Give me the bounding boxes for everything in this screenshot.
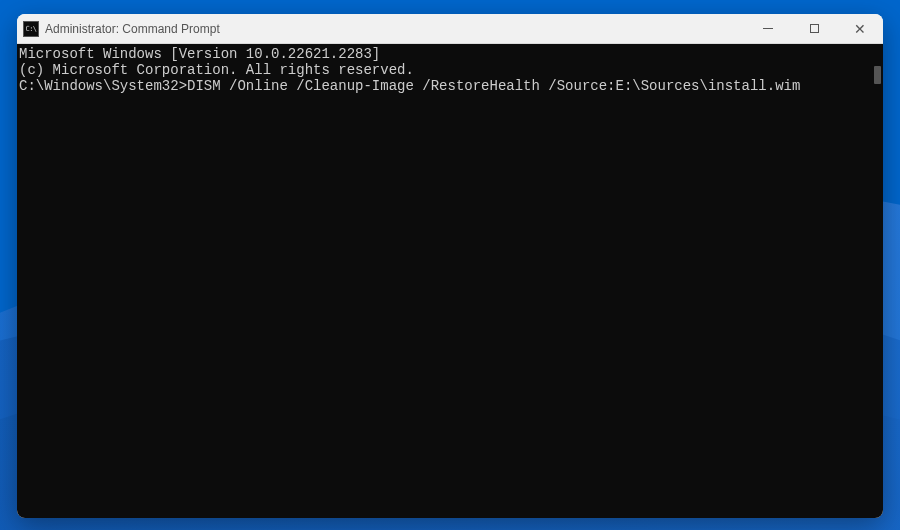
titlebar[interactable]: C:\ Administrator: Command Prompt ✕ [17,14,883,44]
prompt-line: C:\Windows\System32>DISM /Online /Cleanu… [19,78,877,94]
maximize-icon [810,24,819,33]
command-prompt-window: C:\ Administrator: Command Prompt ✕ Micr… [17,14,883,518]
prompt: C:\Windows\System32> [19,78,187,94]
window-controls: ✕ [745,14,883,43]
cmd-icon: C:\ [23,21,39,37]
terminal-output: Microsoft Windows [Version 10.0.22621.22… [19,44,877,94]
close-icon: ✕ [854,22,866,36]
output-line: (c) Microsoft Corporation. All rights re… [19,62,877,78]
close-button[interactable]: ✕ [837,14,883,43]
output-line: Microsoft Windows [Version 10.0.22621.22… [19,46,877,62]
minimize-button[interactable] [745,14,791,43]
command-text: DISM /Online /Cleanup-Image /RestoreHeal… [187,78,800,94]
cmd-icon-label: C:\ [25,25,36,33]
minimize-icon [763,28,773,29]
terminal-area[interactable]: Microsoft Windows [Version 10.0.22621.22… [17,44,883,518]
maximize-button[interactable] [791,14,837,43]
window-title: Administrator: Command Prompt [45,22,745,36]
scrollbar-thumb[interactable] [874,66,881,84]
